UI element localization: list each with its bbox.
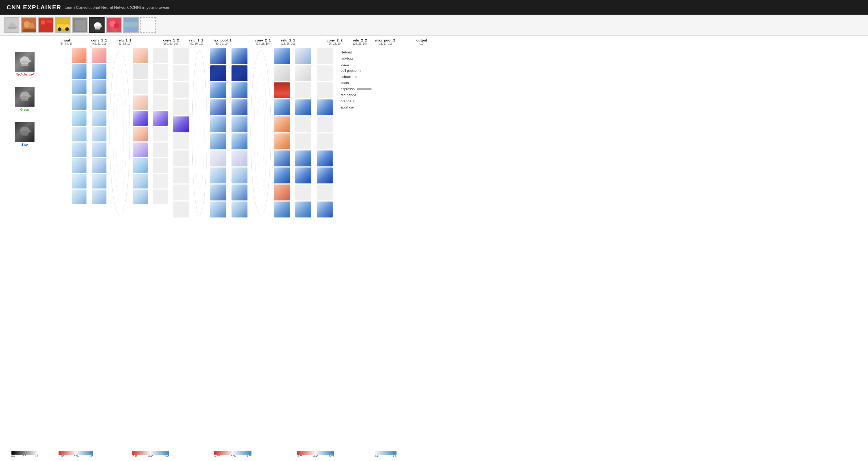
fmap-relu12-4[interactable] bbox=[153, 111, 168, 126]
fmap-conv21-0[interactable] bbox=[210, 48, 226, 64]
fmap-conv21-5[interactable] bbox=[210, 133, 226, 150]
fmap-conv21-7[interactable] bbox=[210, 167, 226, 184]
fmap-conv11-5[interactable] bbox=[72, 127, 87, 141]
fmap-conv22-3[interactable] bbox=[274, 99, 290, 116]
fmap-conv11-8[interactable] bbox=[72, 174, 87, 189]
fmap-conv11-1[interactable] bbox=[72, 64, 87, 79]
fmap-conv21-9[interactable] bbox=[210, 201, 226, 218]
fmap-relu11-8[interactable] bbox=[92, 174, 106, 189]
fmap-relu12-3[interactable] bbox=[153, 95, 168, 110]
fmap-mp1-7[interactable] bbox=[173, 167, 189, 184]
fmap-conv12-7[interactable] bbox=[133, 158, 148, 173]
fmap-mp1-0[interactable] bbox=[173, 48, 189, 64]
fmap-relu12-0[interactable] bbox=[153, 48, 168, 63]
image-thumb-3[interactable] bbox=[38, 17, 54, 33]
fmap-relu12-1[interactable] bbox=[153, 64, 168, 79]
fmap-relu21-6[interactable] bbox=[231, 151, 247, 166]
fmap-conv21-3[interactable] bbox=[210, 99, 226, 116]
fmap-relu12-2[interactable] bbox=[153, 80, 168, 94]
fmap-conv22-6[interactable] bbox=[274, 151, 290, 166]
fmap-mp2-1[interactable] bbox=[317, 65, 333, 81]
fmap-conv21-6[interactable] bbox=[210, 151, 226, 166]
image-thumb-6[interactable] bbox=[89, 17, 104, 33]
fmap-mp2-0[interactable] bbox=[317, 48, 333, 64]
fmap-conv12-1[interactable] bbox=[133, 64, 148, 79]
fmap-relu12-9[interactable] bbox=[153, 190, 168, 204]
fmap-mp2-4[interactable] bbox=[317, 117, 333, 132]
fmap-relu11-3[interactable] bbox=[92, 95, 106, 110]
fmap-mp2-3[interactable] bbox=[317, 99, 333, 116]
fmap-mp1-1[interactable] bbox=[173, 65, 189, 81]
image-thumb-2[interactable] bbox=[21, 17, 36, 33]
channel-red-image[interactable] bbox=[14, 52, 35, 72]
fmap-conv12-6[interactable] bbox=[133, 142, 148, 157]
fmap-relu11-1[interactable] bbox=[92, 64, 106, 79]
fmap-conv12-3[interactable] bbox=[133, 95, 148, 110]
fmap-mp2-6[interactable] bbox=[317, 151, 333, 166]
fmap-relu11-4[interactable] bbox=[92, 111, 106, 126]
fmap-conv11-6[interactable] bbox=[72, 142, 87, 157]
fmap-relu21-5[interactable] bbox=[231, 133, 247, 150]
fmap-relu11-7[interactable] bbox=[92, 158, 106, 173]
fmap-conv12-0[interactable] bbox=[133, 48, 148, 63]
fmap-conv11-7[interactable] bbox=[72, 158, 87, 173]
image-thumb-5[interactable] bbox=[72, 17, 88, 33]
fmap-conv21-1[interactable] bbox=[210, 65, 226, 81]
fmap-relu22-3[interactable] bbox=[296, 99, 311, 116]
fmap-conv21-2[interactable] bbox=[210, 83, 226, 98]
fmap-mp2-2[interactable] bbox=[317, 83, 333, 98]
fmap-relu21-8[interactable] bbox=[231, 185, 247, 200]
fmap-relu21-1[interactable] bbox=[231, 65, 247, 81]
image-thumb-4[interactable] bbox=[55, 17, 70, 33]
fmap-mp1-3[interactable] bbox=[173, 99, 189, 116]
fmap-conv11-2[interactable] bbox=[72, 80, 87, 94]
fmap-conv12-9[interactable] bbox=[133, 190, 148, 204]
image-thumb-8[interactable] bbox=[123, 17, 138, 33]
fmap-conv12-8[interactable] bbox=[133, 174, 148, 189]
fmap-relu12-7[interactable] bbox=[153, 158, 168, 173]
fmap-conv11-9[interactable] bbox=[72, 190, 87, 204]
fmap-conv22-4[interactable] bbox=[274, 117, 290, 132]
fmap-conv22-1[interactable] bbox=[274, 65, 290, 81]
fmap-mp2-8[interactable] bbox=[317, 185, 333, 200]
fmap-relu22-5[interactable] bbox=[296, 133, 311, 150]
fmap-relu22-9[interactable] bbox=[296, 201, 311, 218]
fmap-relu11-9[interactable] bbox=[92, 190, 106, 204]
fmap-conv12-4[interactable] bbox=[133, 111, 148, 126]
channel-blue-image[interactable] bbox=[14, 122, 35, 142]
fmap-relu21-3[interactable] bbox=[231, 99, 247, 116]
image-thumb-1[interactable] bbox=[4, 17, 20, 33]
fmap-mp1-5[interactable] bbox=[173, 133, 189, 150]
fmap-conv22-8[interactable] bbox=[274, 185, 290, 200]
fmap-relu21-2[interactable] bbox=[231, 83, 247, 98]
fmap-conv11-3[interactable] bbox=[72, 95, 87, 110]
fmap-relu12-8[interactable] bbox=[153, 174, 168, 189]
fmap-relu12-6[interactable] bbox=[153, 142, 168, 157]
add-image-button[interactable]: + bbox=[140, 17, 156, 33]
fmap-conv22-9[interactable] bbox=[274, 201, 290, 218]
fmap-conv22-5[interactable] bbox=[274, 133, 290, 150]
fmap-relu21-9[interactable] bbox=[231, 201, 247, 218]
image-thumb-7[interactable] bbox=[106, 17, 122, 33]
fmap-mp2-5[interactable] bbox=[317, 133, 333, 150]
fmap-conv22-2[interactable] bbox=[274, 83, 290, 98]
fmap-relu21-4[interactable] bbox=[231, 117, 247, 132]
fmap-conv11-0[interactable] bbox=[72, 48, 87, 63]
fmap-relu22-2[interactable] bbox=[296, 83, 311, 98]
fmap-relu22-7[interactable] bbox=[296, 167, 311, 184]
fmap-relu11-0[interactable] bbox=[92, 48, 106, 63]
fmap-relu22-6[interactable] bbox=[296, 151, 311, 166]
fmap-mp1-4[interactable] bbox=[173, 117, 189, 132]
fmap-relu22-1[interactable] bbox=[296, 65, 311, 81]
fmap-relu22-8[interactable] bbox=[296, 185, 311, 200]
channel-green-image[interactable] bbox=[14, 87, 35, 107]
fmap-relu22-4[interactable] bbox=[296, 117, 311, 132]
fmap-mp1-6[interactable] bbox=[173, 151, 189, 166]
fmap-conv22-0[interactable] bbox=[274, 48, 290, 64]
fmap-conv11-4[interactable] bbox=[72, 111, 87, 126]
fmap-mp2-7[interactable] bbox=[317, 167, 333, 184]
fmap-relu11-5[interactable] bbox=[92, 127, 106, 141]
fmap-relu21-7[interactable] bbox=[231, 167, 247, 184]
fmap-conv21-8[interactable] bbox=[210, 185, 226, 200]
fmap-relu21-0[interactable] bbox=[231, 48, 247, 64]
